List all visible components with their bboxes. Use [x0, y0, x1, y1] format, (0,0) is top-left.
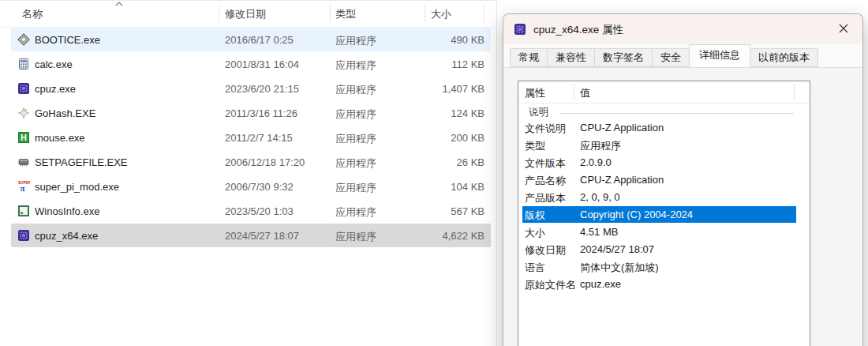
file-type: 应用程序 [335, 34, 376, 48]
dialog-titlebar: cpuz_x64.exe 属性 [503, 14, 862, 44]
file-list-rows: BOOTICE.exe 2016/6/17 0:25 应用程序 490 KB c… [0, 28, 496, 248]
tab-compatibility[interactable]: 兼容性 [547, 48, 595, 67]
chip-icon [17, 156, 30, 168]
column-header-type[interactable]: 类型 [335, 7, 356, 21]
winosinfo-icon [17, 205, 30, 217]
tab-security[interactable]: 安全 [652, 48, 690, 67]
file-row[interactable]: SUPERπ super_pi_mod.exe 2006/7/30 9:32 应… [0, 175, 496, 199]
details-list-header: 属性 值 [518, 81, 810, 103]
detail-row[interactable]: 产品版本 2, 0, 9, 0 [518, 189, 810, 206]
file-date: 2006/12/18 17:20 [225, 156, 305, 168]
detail-value: 应用程序 [580, 139, 621, 153]
detail-value: 4.51 MB [580, 226, 618, 238]
file-type: 应用程序 [335, 132, 376, 146]
file-date: 2024/5/27 18:07 [225, 230, 299, 242]
cpuz-icon [514, 23, 526, 36]
file-row[interactable]: BOOTICE.exe 2016/6/17 0:25 应用程序 490 KB [0, 28, 496, 52]
file-type: 应用程序 [335, 156, 376, 171]
detail-label: 语言 [525, 261, 545, 275]
file-size: 112 KB [451, 58, 485, 70]
close-button[interactable] [829, 17, 858, 42]
detail-label: 大小 [525, 226, 545, 240]
details-rows: 文件说明 CPU-Z Application 类型 应用程序 文件版本 2.0.… [518, 119, 810, 293]
file-row[interactable]: cpuz.exe 2023/6/20 21:15 应用程序 1,407 KB [0, 77, 496, 101]
file-name: calc.exe [35, 58, 73, 70]
tab-label: 数字签名 [603, 51, 644, 63]
file-type: 应用程序 [335, 230, 376, 244]
file-name: super_pi_mod.exe [35, 181, 119, 193]
detail-label: 版权 [525, 209, 545, 223]
file-row[interactable]: cpuz_x64.exe 2024/5/27 18:07 应用程序 4,622 … [0, 224, 496, 248]
file-size: 200 KB [451, 132, 485, 144]
tab-label: 安全 [660, 51, 681, 63]
file-list-header: 名称 修改日期 类型 大小 [0, 1, 496, 28]
detail-row[interactable]: 语言 简体中文(新加坡) [518, 258, 810, 276]
detail-row[interactable]: 修改日期 2024/5/27 18:07 [518, 241, 810, 258]
tab-details[interactable]: 详细信息 [689, 44, 750, 67]
column-separator [484, 5, 485, 22]
column-header-name[interactable]: 名称 [22, 7, 43, 21]
detail-value: CPU-Z Application [580, 174, 664, 186]
group-label: 说明 [529, 106, 548, 119]
file-type: 应用程序 [335, 181, 376, 195]
tab-label: 常规 [518, 51, 539, 63]
superpi-icon: SUPERπ [17, 180, 30, 193]
file-size: 104 KB [451, 181, 485, 193]
detail-row[interactable]: 原始文件名 cpuz.exe [518, 276, 810, 293]
svg-text:H: H [21, 133, 27, 142]
column-separator [219, 5, 219, 22]
file-date: 2023/5/20 1:03 [225, 205, 294, 217]
file-size: 490 KB [451, 34, 485, 46]
file-list-panel: 名称 修改日期 类型 大小 BOOTICE.exe 2016/6/17 0:25… [0, 0, 497, 346]
details-tab-page: 属性 值 说明 文件说明 CPU-Z Application 类型 应用程序 文… [503, 67, 862, 346]
close-icon [839, 22, 848, 36]
screen: 名称 修改日期 类型 大小 BOOTICE.exe 2016/6/17 0:25… [0, 0, 868, 346]
file-name: mouse.exe [35, 132, 85, 144]
details-group-row: 说明 [518, 103, 810, 119]
file-size: 4,622 KB [443, 230, 485, 242]
column-header-attribute[interactable]: 属性 [525, 86, 545, 100]
detail-row[interactable]: 产品名称 CPU-Z Application [518, 171, 810, 189]
file-name: WinosInfo.exe [35, 205, 99, 217]
tab-label: 以前的版本 [758, 51, 810, 63]
detail-label: 类型 [525, 139, 545, 153]
detail-value: 简体中文(新加坡) [580, 261, 659, 275]
file-row[interactable]: WinosInfo.exe 2023/5/20 1:03 应用程序 567 KB [0, 199, 496, 224]
detail-row[interactable]: 类型 应用程序 [518, 137, 810, 154]
tab-previous-versions[interactable]: 以前的版本 [750, 48, 818, 67]
file-date: 2001/8/31 16:04 [225, 58, 299, 70]
detail-row[interactable]: 文件说明 CPU-Z Application [518, 119, 810, 137]
file-row[interactable]: SETPAGEFILE.EXE 2006/12/18 17:20 应用程序 26… [0, 150, 496, 175]
tab-strip: 常规兼容性数字签名安全详细信息以前的版本 [510, 45, 817, 67]
file-size: 1,407 KB [443, 83, 485, 95]
detail-label: 产品名称 [525, 174, 566, 188]
detail-row[interactable]: 大小 4.51 MB [518, 224, 810, 241]
cpuz-icon [17, 82, 30, 95]
detail-label: 文件版本 [525, 156, 566, 171]
dialog-title: cpuz_x64.exe 属性 [533, 23, 623, 37]
column-separator [574, 84, 574, 100]
file-name: cpuz.exe [35, 83, 76, 95]
detail-value: Copyright (C) 2004-2024 [580, 209, 693, 220]
file-size: 124 KB [451, 107, 485, 119]
file-name: BOOTICE.exe [35, 34, 100, 46]
tab-digital-signatures[interactable]: 数字签名 [594, 48, 653, 67]
file-row[interactable]: calc.exe 2001/8/31 16:04 应用程序 112 KB [0, 52, 496, 77]
column-header-date[interactable]: 修改日期 [225, 7, 266, 21]
column-header-size[interactable]: 大小 [431, 7, 451, 21]
file-name: GoHash.EXE [35, 107, 95, 119]
cpuz-icon [17, 229, 30, 242]
column-header-value[interactable]: 值 [580, 86, 590, 100]
detail-label: 修改日期 [525, 243, 566, 258]
file-row[interactable]: H mouse.exe 2011/2/7 14:15 应用程序 200 KB [0, 126, 496, 150]
file-date: 2023/6/20 21:15 [225, 83, 299, 95]
svg-text:π: π [21, 183, 25, 193]
file-row[interactable]: GoHash.EXE 2011/3/16 11:26 应用程序 124 KB [0, 101, 496, 126]
detail-label: 原始文件名 [525, 278, 576, 292]
tab-general[interactable]: 常规 [510, 48, 548, 67]
file-type: 应用程序 [335, 205, 376, 220]
detail-row[interactable]: 版权 Copyright (C) 2004-2024 [518, 206, 810, 224]
tab-label: 详细信息 [699, 49, 740, 61]
detail-row[interactable]: 文件版本 2.0.9.0 [518, 154, 810, 171]
file-size: 567 KB [451, 205, 485, 217]
